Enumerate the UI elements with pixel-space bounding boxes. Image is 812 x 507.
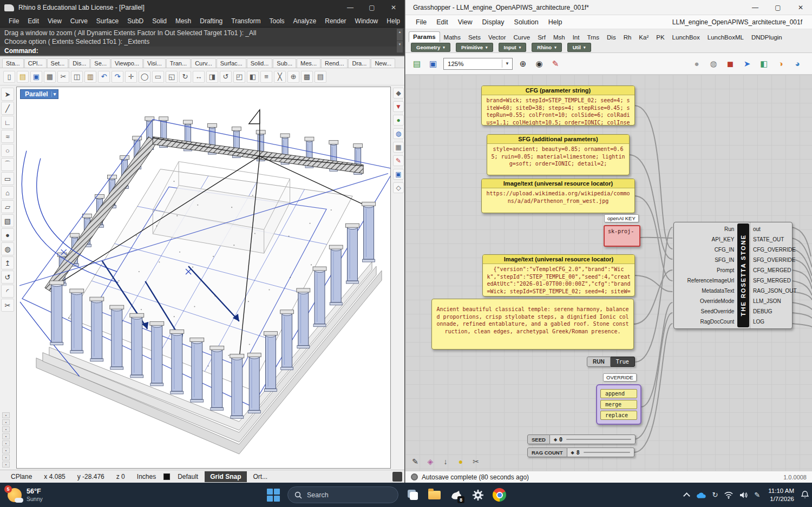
rectangle-tool-icon[interactable]: ▭ bbox=[1, 172, 14, 185]
gh-tab-ka[interactable]: Ka² bbox=[635, 32, 652, 42]
sketch-marker-icon[interactable]: ✎ bbox=[549, 58, 561, 70]
gh-menu-view[interactable]: View bbox=[453, 16, 477, 28]
taskbar-search[interactable]: Search bbox=[287, 486, 398, 503]
layer-color-swatch[interactable] bbox=[163, 473, 170, 480]
rosetta-stone-component[interactable]: RunAPI_KEYCFG_INSFG_INPromptReferenceIma… bbox=[673, 222, 793, 329]
rhino-tab-sta[interactable]: Sta... bbox=[2, 58, 24, 68]
rhino-menu-transform[interactable]: Transform bbox=[227, 16, 265, 27]
gh-tab-dis[interactable]: Dis bbox=[603, 32, 620, 42]
rhino-tab-sub[interactable]: Sub... bbox=[273, 58, 296, 68]
rhino-menu-window[interactable]: Window bbox=[351, 16, 383, 27]
override-option-replace[interactable]: replace bbox=[600, 411, 637, 420]
pen-icon[interactable]: ✎ bbox=[754, 491, 760, 499]
ortho-toggle[interactable]: Ort... bbox=[248, 471, 273, 482]
rosetta-input-run[interactable]: Run bbox=[722, 226, 737, 232]
status-layer[interactable]: Default bbox=[172, 471, 204, 482]
gh-minimize-button[interactable]: — bbox=[744, 4, 767, 11]
ribbon-group-util[interactable]: Util▾ bbox=[567, 43, 591, 52]
layer-filter-icon[interactable]: ▪ bbox=[2, 462, 10, 468]
rosetta-output-debug[interactable]: DEBUG bbox=[750, 308, 775, 314]
import-tray-icon[interactable]: ↓ bbox=[440, 456, 451, 467]
panel-gear-icon[interactable]: ◆ bbox=[393, 88, 404, 98]
group-display-icon[interactable]: ◧ bbox=[758, 58, 770, 70]
ribbon-group-geometry[interactable]: Geometry▾ bbox=[411, 43, 450, 52]
polyline-tool-icon[interactable]: ∟ bbox=[1, 116, 14, 129]
slider-grip-icon[interactable]: ◆ bbox=[571, 450, 574, 455]
redo-icon[interactable]: ↷ bbox=[112, 71, 123, 83]
gh-tab-sets[interactable]: Sets bbox=[464, 32, 484, 42]
notes-panel-icon[interactable]: ✎ bbox=[393, 155, 404, 166]
select-arrow-icon[interactable]: ➤ bbox=[741, 58, 753, 70]
gh-tab-int[interactable]: Int bbox=[569, 32, 584, 42]
sketch-pencil-icon[interactable]: ✎ bbox=[410, 456, 421, 467]
open-file-icon[interactable]: ▤ bbox=[17, 71, 29, 83]
rhino-menu-solid[interactable]: Solid bbox=[148, 16, 171, 27]
rhino-menu-surface[interactable]: Surface bbox=[92, 16, 123, 27]
copy-object-icon[interactable]: ◨ bbox=[206, 71, 218, 83]
print-icon[interactable]: ▦ bbox=[44, 71, 56, 83]
rhino-menu-mesh[interactable]: Mesh bbox=[171, 16, 195, 27]
image-url-panel[interactable]: Image/text (universal resource locator) … bbox=[481, 179, 635, 213]
zoom-window-icon[interactable]: ▭ bbox=[152, 71, 164, 83]
taskbar-clock[interactable]: 11:10 AM 1/7/2026 bbox=[766, 487, 794, 503]
scale-icon[interactable]: ◰ bbox=[233, 71, 245, 83]
rhino-menu-curve[interactable]: Curve bbox=[66, 16, 92, 27]
cut-icon[interactable]: ✂ bbox=[57, 71, 69, 83]
material-panel-icon[interactable]: ● bbox=[393, 115, 404, 126]
rosetta-output-sfg-merged[interactable]: SFG_MERGED bbox=[750, 278, 794, 284]
close-button[interactable]: ✕ bbox=[383, 4, 404, 11]
rosetta-output-sfg-override[interactable]: SFG_OVERRIDE bbox=[750, 257, 798, 263]
rhino-menu-subd[interactable]: SubD bbox=[123, 16, 148, 27]
zoom-extents-icon[interactable]: ◱ bbox=[166, 71, 178, 83]
viewport-title[interactable]: Parallel ▾ bbox=[20, 89, 58, 99]
rosetta-output-cfg-override[interactable]: CFG_OVERRIDE bbox=[750, 247, 798, 253]
line-tool-icon[interactable]: ╱ bbox=[1, 102, 14, 115]
status-cplane[interactable]: CPlane bbox=[5, 471, 37, 482]
gh-close-button[interactable]: ✕ bbox=[789, 4, 812, 11]
rhino-menu-edit[interactable]: Edit bbox=[23, 16, 43, 27]
rosetta-output-cfg-merged[interactable]: CFG_MERGED bbox=[750, 267, 794, 273]
rhino-tab-curv[interactable]: Curv... bbox=[191, 58, 216, 68]
rosetta-output-out[interactable]: out bbox=[750, 226, 763, 232]
grid-snap-toggle[interactable]: Grid Snap bbox=[205, 471, 246, 482]
layer-filter-icon[interactable]: ▪ bbox=[2, 419, 10, 425]
rotate-object-icon[interactable]: ↺ bbox=[220, 71, 232, 83]
rhino-tab-dis[interactable]: Dis... bbox=[69, 58, 90, 68]
rosetta-output-llm-json[interactable]: LLM_JSON bbox=[750, 298, 784, 304]
web-panel-icon[interactable]: ◍ bbox=[393, 128, 404, 139]
preview-shaded-icon[interactable]: ◕ bbox=[791, 58, 803, 70]
open-document-icon[interactable]: ▤ bbox=[411, 58, 423, 70]
onedrive-cloud-icon[interactable] bbox=[695, 491, 706, 499]
pointer-tool-icon[interactable]: ➤ bbox=[1, 88, 14, 101]
gh-tab-rh[interactable]: Rh bbox=[620, 32, 636, 42]
rhino-tab-visi[interactable]: Visi... bbox=[143, 58, 166, 68]
gh-tab-trns[interactable]: Trns bbox=[583, 32, 603, 42]
prompt-panel[interactable]: Ancient beautiful classical temple: sere… bbox=[431, 299, 634, 350]
rhino-tab-new[interactable]: New... bbox=[371, 58, 395, 68]
volume-icon[interactable] bbox=[739, 491, 748, 499]
spray-bake-icon[interactable]: ● bbox=[455, 456, 466, 467]
copy-icon[interactable]: ◫ bbox=[71, 71, 83, 83]
tray-expand-icon[interactable] bbox=[684, 492, 691, 499]
rhino-tab-se[interactable]: Se... bbox=[90, 58, 110, 68]
rhino-tab-surfac[interactable]: Surfac... bbox=[217, 58, 246, 68]
layer-filter-icon[interactable]: ▪ bbox=[2, 412, 10, 418]
gh-tab-dndplugin[interactable]: DNDPlugin bbox=[748, 32, 786, 42]
rhino-tab-tran[interactable]: Tran... bbox=[166, 58, 191, 68]
rosetta-input-prompt[interactable]: Prompt bbox=[714, 267, 737, 273]
cfg-panel[interactable]: CFG (parameter string) brand=Wick; stepI… bbox=[481, 85, 635, 126]
fillet-tool-icon[interactable]: ◜ bbox=[1, 285, 14, 298]
ribbon-group-rhino[interactable]: Rhino▾ bbox=[532, 43, 561, 52]
group-icon[interactable]: ▩ bbox=[301, 71, 313, 83]
override-option-merge[interactable]: merge bbox=[600, 400, 637, 409]
override-value-list[interactable]: appendmergereplace bbox=[596, 384, 641, 425]
rosetta-input-metadatatext[interactable]: MetadataText bbox=[699, 288, 737, 294]
viewport-dropdown-icon[interactable]: ▾ bbox=[51, 91, 56, 97]
trim-tool-icon[interactable]: ✂ bbox=[1, 299, 14, 312]
knife-icon[interactable]: ✂ bbox=[470, 456, 481, 467]
rosetta-input-referenceimageurl[interactable]: ReferenceImageUrl bbox=[685, 278, 737, 284]
rag-count-slider[interactable]: RAG COUNT ◆ 8 bbox=[527, 447, 634, 457]
bake-display-icon[interactable]: ◑ bbox=[775, 58, 787, 70]
zoom-dynamic-icon[interactable]: ◯ bbox=[139, 71, 150, 83]
layer-filter-icon[interactable]: ▪ bbox=[2, 455, 10, 460]
